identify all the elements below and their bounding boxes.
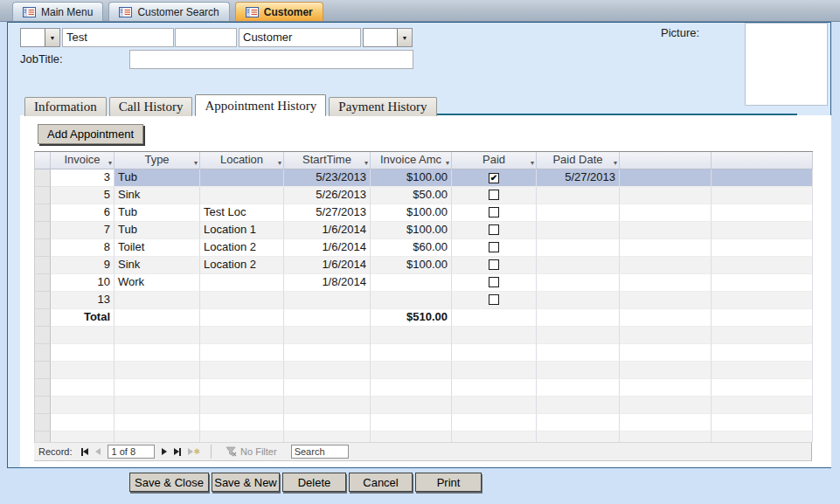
cell-start_time[interactable]: 1/6/2014 bbox=[284, 257, 371, 274]
filter-dropdown-icon[interactable]: ▾ bbox=[364, 155, 368, 169]
row-selector[interactable] bbox=[35, 169, 51, 187]
cell-location[interactable] bbox=[200, 274, 284, 292]
cell-paid[interactable] bbox=[452, 257, 537, 274]
first-name-field[interactable]: Test bbox=[62, 28, 174, 47]
save-new-button[interactable]: Save & New bbox=[212, 473, 280, 492]
tab-call-history[interactable]: Call History bbox=[109, 97, 193, 116]
cell-extra2[interactable] bbox=[712, 169, 813, 187]
cell-invoice_amount[interactable] bbox=[371, 274, 452, 292]
paid-checkbox[interactable] bbox=[489, 242, 499, 252]
chevron-down-icon[interactable]: ▼ bbox=[397, 29, 412, 46]
row-selector[interactable] bbox=[35, 274, 51, 292]
column-header-invoice_amount[interactable]: Invoice Amc▾ bbox=[371, 152, 452, 169]
print-button[interactable]: Print bbox=[415, 473, 482, 492]
column-header-paid[interactable]: Paid▾ bbox=[452, 152, 537, 169]
cell-invoice[interactable]: 6 bbox=[51, 204, 115, 222]
cell-invoice[interactable]: 3 bbox=[51, 169, 115, 187]
column-header-paid_date[interactable]: Paid Date▾ bbox=[537, 152, 620, 169]
window-tab-main-menu[interactable]: Main Menu bbox=[12, 2, 103, 21]
last-record-button[interactable] bbox=[170, 445, 184, 459]
cell-invoice_amount[interactable]: $60.00 bbox=[371, 239, 452, 257]
cell-paid_date[interactable] bbox=[537, 187, 620, 204]
cell-extra1[interactable] bbox=[620, 292, 712, 309]
cell-extra1[interactable] bbox=[620, 257, 712, 274]
paid-checkbox[interactable]: ✔ bbox=[489, 173, 499, 183]
cell-location[interactable]: Test Loc bbox=[200, 204, 284, 222]
cell-extra2[interactable] bbox=[712, 274, 813, 292]
filter-dropdown-icon[interactable]: ▾ bbox=[194, 155, 198, 169]
cell-paid[interactable]: ✔ bbox=[452, 169, 537, 187]
tab-information[interactable]: Information bbox=[24, 97, 107, 116]
cell-type[interactable]: Toilet bbox=[115, 239, 200, 257]
column-header-location[interactable]: Location▾ bbox=[200, 152, 284, 169]
filter-dropdown-icon[interactable]: ▾ bbox=[446, 155, 449, 169]
cell-paid_date[interactable] bbox=[537, 239, 620, 257]
middle-name-field[interactable] bbox=[175, 28, 237, 47]
cell-invoice_amount[interactable]: $100.00 bbox=[371, 169, 452, 187]
record-position-box[interactable]: 1 of 8 bbox=[108, 445, 155, 459]
first-record-button[interactable] bbox=[78, 445, 92, 459]
cell-extra2[interactable] bbox=[712, 292, 813, 309]
cell-paid_date[interactable]: 5/27/2013 bbox=[537, 169, 620, 187]
paid-checkbox[interactable] bbox=[489, 259, 499, 270]
cell-paid[interactable] bbox=[452, 239, 537, 257]
cell-invoice_amount[interactable]: $100.00 bbox=[371, 257, 452, 274]
cell-start_time[interactable]: 5/26/2013 bbox=[284, 187, 371, 204]
cell-paid[interactable] bbox=[452, 274, 537, 292]
cell-extra1[interactable] bbox=[620, 169, 712, 187]
column-header-start_time[interactable]: StartTime▾ bbox=[284, 152, 371, 169]
cell-location[interactable]: Location 2 bbox=[200, 257, 284, 274]
row-selector[interactable] bbox=[35, 204, 51, 222]
cell-paid_date[interactable] bbox=[537, 222, 620, 239]
select-all-cell[interactable] bbox=[35, 152, 51, 169]
cell-start_time[interactable]: 1/6/2014 bbox=[284, 222, 371, 239]
cell-invoice[interactable]: 9 bbox=[51, 257, 115, 274]
name-prefix-combo[interactable]: ▼ bbox=[20, 28, 60, 47]
cell-type[interactable]: Sink bbox=[115, 187, 200, 204]
chevron-down-icon[interactable]: ▼ bbox=[45, 29, 59, 46]
cell-paid[interactable] bbox=[452, 222, 537, 239]
filter-dropdown-icon[interactable]: ▾ bbox=[531, 155, 534, 169]
cancel-button[interactable]: Cancel bbox=[349, 473, 413, 492]
cell-location[interactable]: Location 2 bbox=[200, 239, 284, 257]
cell-invoice[interactable]: 10 bbox=[51, 274, 115, 292]
cell-paid[interactable] bbox=[452, 187, 537, 204]
cell-extra1[interactable] bbox=[620, 222, 712, 239]
row-selector[interactable] bbox=[35, 292, 51, 309]
paid-checkbox[interactable] bbox=[489, 224, 499, 235]
filter-dropdown-icon[interactable]: ▾ bbox=[614, 155, 617, 169]
save-close-button[interactable]: Save & Close bbox=[129, 473, 209, 492]
previous-record-button[interactable] bbox=[92, 445, 104, 459]
paid-checkbox[interactable] bbox=[489, 207, 499, 217]
next-record-button[interactable] bbox=[158, 445, 170, 459]
cell-paid_date[interactable] bbox=[537, 204, 620, 222]
cell-type[interactable] bbox=[115, 292, 200, 309]
cell-invoice_amount[interactable]: $100.00 bbox=[371, 204, 452, 222]
cell-paid_date[interactable] bbox=[537, 274, 620, 292]
cell-start_time[interactable]: 1/8/2014 bbox=[284, 274, 371, 292]
row-selector[interactable] bbox=[35, 187, 51, 204]
cell-invoice_amount[interactable]: $50.00 bbox=[371, 187, 452, 204]
cell-start_time[interactable]: 1/6/2014 bbox=[284, 239, 371, 257]
delete-button[interactable]: Delete bbox=[282, 473, 346, 492]
cell-location[interactable]: Location 1 bbox=[200, 222, 284, 239]
cell-invoice[interactable]: 5 bbox=[51, 187, 115, 204]
cell-extra2[interactable] bbox=[712, 257, 813, 274]
cell-start_time[interactable]: 5/23/2013 bbox=[284, 169, 371, 187]
cell-type[interactable]: Tub bbox=[115, 204, 200, 222]
search-input[interactable] bbox=[291, 445, 349, 459]
row-selector[interactable] bbox=[35, 222, 51, 239]
cell-invoice[interactable]: 13 bbox=[51, 292, 115, 309]
new-record-button[interactable]: ✱ bbox=[184, 445, 205, 459]
paid-checkbox[interactable] bbox=[489, 277, 499, 287]
cell-extra1[interactable] bbox=[620, 187, 712, 204]
window-tab-customer-search[interactable]: Customer Search bbox=[108, 2, 229, 21]
cell-type[interactable]: Tub bbox=[115, 222, 200, 239]
column-header-invoice[interactable]: Invoice▾ bbox=[51, 152, 115, 169]
no-filter-button[interactable]: No Filter bbox=[219, 446, 284, 457]
cell-type[interactable]: Tub bbox=[115, 169, 200, 187]
row-selector[interactable] bbox=[35, 239, 51, 257]
job-title-field[interactable] bbox=[129, 50, 413, 69]
cell-start_time[interactable]: 5/27/2013 bbox=[284, 204, 371, 222]
last-name-field[interactable]: Customer bbox=[239, 28, 361, 47]
